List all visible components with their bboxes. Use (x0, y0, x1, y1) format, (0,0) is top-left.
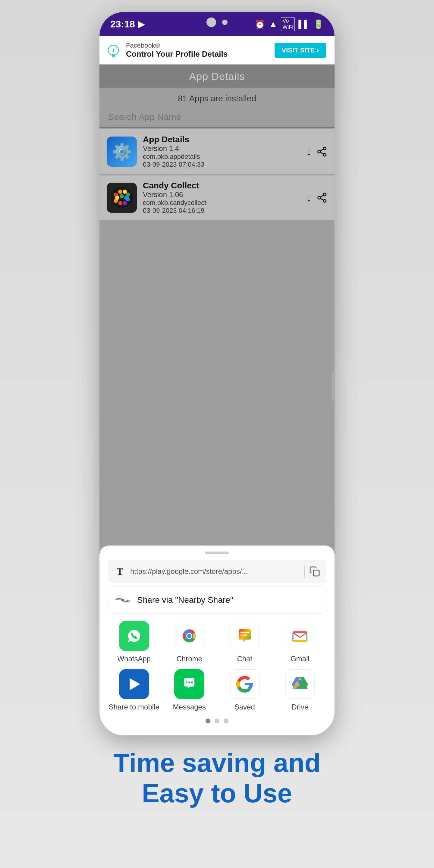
candy-icon (107, 183, 137, 213)
download-icon[interactable]: ↓ (306, 145, 312, 158)
app-details-title: App Details (189, 70, 245, 82)
chat-label: Chat (237, 655, 252, 663)
svg-rect-35 (293, 640, 307, 642)
chrome-icon-inner (175, 621, 204, 651)
app-date: 03-09-2023 04:16:19 (143, 207, 300, 215)
messages-icon (174, 669, 204, 699)
status-time: 23:18 ▶ (110, 19, 145, 30)
text-format-icon: T (114, 566, 126, 577)
svg-point-39 (188, 681, 190, 683)
share-to-mobile-icon-inner (119, 669, 149, 699)
url-text: https://play.google.com/store/apps/... (130, 567, 300, 576)
whatsapp-icon-inner (119, 621, 149, 651)
search-bar[interactable] (99, 109, 335, 128)
app-actions: ↓ (306, 191, 327, 204)
search-input[interactable] (108, 112, 326, 122)
svg-line-3 (320, 152, 323, 154)
drive-icon (285, 669, 315, 699)
sheet-handle (205, 552, 229, 554)
headline-line2: Easy to Use (82, 778, 352, 808)
nearby-share-option[interactable]: Share via "Nearby Share" (108, 587, 326, 614)
signal-icon: ▌▌ (299, 20, 310, 29)
saved-icon (230, 669, 260, 699)
gmail-icon (285, 621, 315, 651)
svg-rect-22 (313, 570, 319, 576)
app-details-header: App Details (99, 64, 335, 88)
ad-info-icon: i ✕ (108, 45, 119, 56)
installed-count-bar: 81 Apps are installed (99, 88, 335, 109)
ad-left: i ✕ Facebook® Control Your Profile Detai… (108, 41, 227, 59)
app-version: Version 1.06 (143, 190, 300, 199)
copy-icon[interactable] (309, 566, 320, 577)
messages-label: Messages (173, 703, 206, 711)
phone-frame: 23:18 ▶ ⏰ ▲ VoWiFi ▌▌ 🔋 (99, 12, 335, 735)
svg-point-24 (124, 625, 145, 647)
share-app-chrome[interactable]: Chrome (163, 621, 216, 663)
svg-line-4 (320, 149, 323, 151)
share-app-saved[interactable]: Saved (218, 669, 271, 711)
headline-line1: Time saving and (82, 747, 352, 778)
svg-point-16 (124, 195, 128, 200)
share-app-gmail[interactable]: Gmail (274, 621, 327, 663)
battery-icon: 🔋 (313, 19, 324, 29)
svg-rect-34 (293, 631, 307, 632)
url-bar[interactable]: T https://play.google.com/store/apps/... (108, 560, 326, 583)
app-list: ⚙️ App Details Version 1.4 com.pkb.appde… (99, 129, 335, 220)
app-info: Candy Collect Version 1.06 com.pkb.candy… (143, 181, 300, 215)
share-app-whatsapp[interactable]: WhatsApp (108, 621, 160, 663)
app-info: App Details Version 1.4 com.pkb.appdetai… (143, 135, 300, 168)
headline-line2-text: Easy to Use (142, 778, 292, 808)
svg-point-12 (118, 201, 122, 205)
status-icons: ⏰ ▲ VoWiFi ▌▌ 🔋 (255, 17, 324, 31)
app-item[interactable]: ⚙️ App Details Version 1.4 com.pkb.appde… (99, 129, 335, 174)
ad-tagline: Control Your Profile Details (126, 50, 227, 59)
drive-icon-inner (285, 670, 315, 699)
page-dot-2 (215, 718, 219, 723)
share-app-chat[interactable]: Chat (218, 621, 271, 663)
svg-point-14 (115, 195, 119, 200)
svg-line-21 (320, 195, 323, 197)
share-app-share-mobile[interactable]: Share to mobile (108, 669, 160, 711)
share-app-drive[interactable]: Drive (274, 669, 327, 711)
ad-close-icon[interactable]: ✕ (111, 53, 116, 59)
svg-point-11 (123, 201, 127, 205)
share-icon[interactable] (316, 146, 327, 157)
nav-arrow-icon: ▶ (138, 19, 145, 29)
gear-icon: ⚙️ (107, 136, 137, 167)
svg-point-19 (323, 199, 326, 202)
svg-point-40 (191, 681, 193, 683)
vowifi-icon: VoWiFi (281, 17, 295, 31)
page-background: 23:18 ▶ ⏰ ▲ VoWiFi ▌▌ 🔋 (0, 0, 434, 868)
ad-visit-button[interactable]: VISIT SITE › (275, 43, 326, 58)
svg-point-2 (323, 153, 326, 156)
url-divider (304, 565, 305, 578)
ad-banner[interactable]: i ✕ Facebook® Control Your Profile Detai… (99, 36, 335, 64)
bottom-text: Time saving and Easy to Use (82, 747, 352, 832)
app-package: com.pkb.appdetails (143, 153, 300, 161)
download-icon[interactable]: ↓ (306, 191, 312, 204)
ad-text: Facebook® Control Your Profile Details (126, 41, 227, 59)
time-text: 23:18 (110, 19, 135, 30)
whatsapp-label: WhatsApp (117, 655, 151, 663)
svg-line-20 (320, 198, 323, 200)
share-to-mobile-icon (119, 669, 149, 699)
page-indicators (108, 718, 326, 723)
share-icon[interactable] (316, 192, 327, 203)
nearby-share-icon (114, 594, 131, 606)
svg-point-23 (121, 598, 124, 601)
app-date: 03-09-2023 07:04:33 (143, 161, 300, 168)
svg-point-7 (118, 190, 122, 194)
headline-line1-text: Time saving and (113, 748, 321, 778)
app-item[interactable]: Candy Collect Version 1.06 com.pkb.candy… (99, 176, 335, 220)
nearby-share-label: Share via "Nearby Share" (137, 595, 233, 605)
phone-notch (207, 18, 227, 27)
app-content: i ✕ Facebook® Control Your Profile Detai… (99, 36, 335, 735)
notch-sensor (222, 20, 227, 25)
ad-company: Facebook® (126, 41, 227, 50)
installed-count-text: 81 Apps are installed (178, 94, 256, 103)
messages-icon-inner (174, 669, 204, 699)
app-version: Version 1.4 (143, 144, 300, 153)
svg-point-17 (323, 193, 326, 196)
app-details-icon: ⚙️ (107, 136, 137, 167)
share-app-messages[interactable]: Messages (163, 669, 216, 711)
